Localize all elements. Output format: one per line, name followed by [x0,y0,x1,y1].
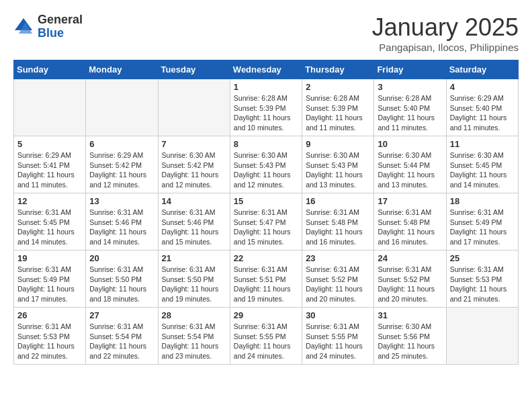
calendar-cell: 7Sunrise: 6:30 AMSunset: 5:42 PMDaylight… [158,136,230,193]
day-info: Sunrise: 6:31 AMSunset: 5:52 PMDaylight:… [378,265,442,304]
calendar-cell: 18Sunrise: 6:31 AMSunset: 5:49 PMDayligh… [446,193,518,250]
day-number: 15 [234,196,298,206]
week-row: 1Sunrise: 6:28 AMSunset: 5:39 PMDaylight… [14,79,519,136]
day-info: Sunrise: 6:31 AMSunset: 5:52 PMDaylight:… [306,265,370,304]
calendar-cell: 15Sunrise: 6:31 AMSunset: 5:47 PMDayligh… [230,193,302,250]
calendar-cell: 16Sunrise: 6:31 AMSunset: 5:48 PMDayligh… [302,193,374,250]
weekday-header: Sunday [14,60,86,79]
calendar-cell: 17Sunrise: 6:31 AMSunset: 5:48 PMDayligh… [374,193,446,250]
calendar-cell: 14Sunrise: 6:31 AMSunset: 5:46 PMDayligh… [158,193,230,250]
day-info: Sunrise: 6:28 AMSunset: 5:39 PMDaylight:… [234,93,298,133]
calendar-cell: 4Sunrise: 6:29 AMSunset: 5:40 PMDaylight… [446,79,518,136]
day-info: Sunrise: 6:30 AMSunset: 5:44 PMDaylight:… [378,150,442,190]
day-info: Sunrise: 6:31 AMSunset: 5:49 PMDaylight:… [450,208,515,247]
day-number: 26 [17,310,82,320]
day-info: Sunrise: 6:31 AMSunset: 5:50 PMDaylight:… [89,265,154,304]
day-info: Sunrise: 6:30 AMSunset: 5:56 PMDaylight:… [378,322,442,361]
weekday-row: SundayMondayTuesdayWednesdayThursdayFrid… [14,60,519,79]
calendar-cell: 21Sunrise: 6:31 AMSunset: 5:50 PMDayligh… [158,250,230,308]
weekday-header: Tuesday [158,60,230,79]
day-info: Sunrise: 6:29 AMSunset: 5:42 PMDaylight:… [89,150,154,190]
location-subtitle: Pangapisan, Ilocos, Philippines [372,42,519,53]
day-number: 1 [234,82,298,92]
day-number: 31 [378,310,442,320]
day-number: 21 [162,253,226,263]
day-info: Sunrise: 6:31 AMSunset: 5:51 PMDaylight:… [234,265,298,304]
calendar-cell: 9Sunrise: 6:30 AMSunset: 5:43 PMDaylight… [302,136,374,193]
day-info: Sunrise: 6:31 AMSunset: 5:54 PMDaylight:… [89,322,154,361]
day-number: 7 [162,139,226,149]
day-info: Sunrise: 6:31 AMSunset: 5:46 PMDaylight:… [89,208,154,247]
day-info: Sunrise: 6:30 AMSunset: 5:42 PMDaylight:… [162,150,226,190]
calendar-cell: 26Sunrise: 6:31 AMSunset: 5:53 PMDayligh… [14,308,86,365]
day-number: 11 [450,139,515,149]
day-number: 23 [306,253,370,263]
day-number: 4 [450,82,515,92]
calendar-cell: 1Sunrise: 6:28 AMSunset: 5:39 PMDaylight… [230,79,302,136]
calendar-cell: 3Sunrise: 6:28 AMSunset: 5:40 PMDaylight… [374,79,446,136]
day-number: 6 [89,139,154,149]
logo-blue: Blue [38,27,83,40]
calendar-cell: 8Sunrise: 6:30 AMSunset: 5:43 PMDaylight… [230,136,302,193]
weekday-header: Saturday [446,60,518,79]
calendar-cell: 5Sunrise: 6:29 AMSunset: 5:41 PMDaylight… [14,136,86,193]
day-number: 14 [162,196,226,206]
calendar-cell: 6Sunrise: 6:29 AMSunset: 5:42 PMDaylight… [86,136,158,193]
day-number: 3 [378,82,442,92]
page-header: General Blue January 2025 Pangapisan, Il… [13,13,519,53]
week-row: 26Sunrise: 6:31 AMSunset: 5:53 PMDayligh… [14,308,519,365]
calendar-body: 1Sunrise: 6:28 AMSunset: 5:39 PMDaylight… [14,79,519,365]
day-info: Sunrise: 6:31 AMSunset: 5:50 PMDaylight:… [162,265,226,304]
day-info: Sunrise: 6:30 AMSunset: 5:43 PMDaylight:… [234,150,298,190]
day-info: Sunrise: 6:28 AMSunset: 5:40 PMDaylight:… [378,93,442,133]
month-title: January 2025 [372,13,519,42]
day-info: Sunrise: 6:30 AMSunset: 5:43 PMDaylight:… [306,150,370,190]
calendar-cell: 29Sunrise: 6:31 AMSunset: 5:55 PMDayligh… [230,308,302,365]
day-number: 24 [378,253,442,263]
day-number: 19 [17,253,82,263]
calendar-table: SundayMondayTuesdayWednesdayThursdayFrid… [13,60,519,365]
logo-icon [13,17,34,37]
calendar-cell: 31Sunrise: 6:30 AMSunset: 5:56 PMDayligh… [374,308,446,365]
day-info: Sunrise: 6:30 AMSunset: 5:45 PMDaylight:… [450,150,515,190]
day-number: 9 [306,139,370,149]
weekday-header: Wednesday [230,60,302,79]
day-number: 18 [450,196,515,206]
day-number: 29 [234,310,298,320]
calendar-cell: 24Sunrise: 6:31 AMSunset: 5:52 PMDayligh… [374,250,446,308]
calendar-cell: 28Sunrise: 6:31 AMSunset: 5:54 PMDayligh… [158,308,230,365]
day-number: 30 [306,310,370,320]
calendar-header: SundayMondayTuesdayWednesdayThursdayFrid… [14,60,519,79]
day-info: Sunrise: 6:31 AMSunset: 5:54 PMDaylight:… [162,322,226,361]
week-row: 19Sunrise: 6:31 AMSunset: 5:49 PMDayligh… [14,250,519,308]
calendar-cell: 25Sunrise: 6:31 AMSunset: 5:53 PMDayligh… [446,250,518,308]
day-info: Sunrise: 6:28 AMSunset: 5:39 PMDaylight:… [306,93,370,133]
logo-general: General [38,13,83,27]
day-number: 5 [17,139,82,149]
day-info: Sunrise: 6:31 AMSunset: 5:47 PMDaylight:… [234,208,298,247]
calendar-cell [86,79,158,136]
day-number: 8 [234,139,298,149]
day-info: Sunrise: 6:31 AMSunset: 5:48 PMDaylight:… [306,208,370,247]
day-info: Sunrise: 6:31 AMSunset: 5:49 PMDaylight:… [17,265,82,304]
calendar-cell [158,79,230,136]
day-number: 27 [89,310,154,320]
calendar-cell: 2Sunrise: 6:28 AMSunset: 5:39 PMDaylight… [302,79,374,136]
calendar-cell [446,308,518,365]
day-info: Sunrise: 6:29 AMSunset: 5:41 PMDaylight:… [17,150,82,190]
day-number: 22 [234,253,298,263]
day-info: Sunrise: 6:31 AMSunset: 5:53 PMDaylight:… [450,265,515,304]
calendar-cell: 23Sunrise: 6:31 AMSunset: 5:52 PMDayligh… [302,250,374,308]
calendar-cell: 10Sunrise: 6:30 AMSunset: 5:44 PMDayligh… [374,136,446,193]
calendar-cell: 22Sunrise: 6:31 AMSunset: 5:51 PMDayligh… [230,250,302,308]
day-number: 16 [306,196,370,206]
calendar-cell: 27Sunrise: 6:31 AMSunset: 5:54 PMDayligh… [86,308,158,365]
day-number: 25 [450,253,515,263]
day-info: Sunrise: 6:31 AMSunset: 5:48 PMDaylight:… [378,208,442,247]
weekday-header: Thursday [302,60,374,79]
day-number: 12 [17,196,82,206]
day-number: 13 [89,196,154,206]
calendar-cell: 12Sunrise: 6:31 AMSunset: 5:45 PMDayligh… [14,193,86,250]
weekday-header: Monday [86,60,158,79]
calendar-cell: 30Sunrise: 6:31 AMSunset: 5:55 PMDayligh… [302,308,374,365]
